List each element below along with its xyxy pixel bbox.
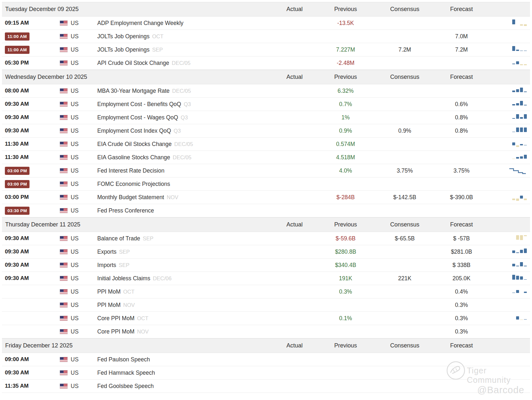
sparkline-bar	[524, 266, 527, 266]
event-name: EIA Gasoline Stocks Change	[97, 154, 170, 161]
event-row[interactable]: 11:00 AMUSJOLTs Job OpeningsSEP7.227M7.2…	[2, 43, 530, 56]
event-time-cell: 11:35 AM	[2, 383, 55, 389]
sparkline-bar	[520, 24, 523, 26]
country-label: US	[71, 114, 78, 121]
previous-value: 0.1%	[312, 315, 380, 322]
flag-canton	[60, 182, 64, 184]
sparkline-bar	[516, 235, 519, 240]
event-row[interactable]: 03:30 PMUSFed Press Conference	[2, 204, 530, 217]
event-row[interactable]: 03:00 PMUSMonthly Budget StatementNOV$-2…	[2, 191, 530, 204]
sparkline-bar	[516, 89, 519, 92]
history-sparkline	[511, 153, 527, 162]
history-sparkline	[511, 126, 527, 135]
event-row[interactable]: 11:30 AMUSEIA Gasoline Stocks ChangeDEC/…	[2, 151, 530, 164]
event-name-cell: ImportsSEP	[97, 262, 278, 269]
previous-value: -2.48M	[312, 60, 380, 67]
event-period-tag: OCT	[152, 33, 163, 39]
flag-canton	[60, 236, 64, 239]
history-sparkline	[511, 18, 527, 28]
history-sparkline	[511, 100, 527, 109]
sparkline-bar	[512, 64, 515, 64]
event-row[interactable]: 08:00 AMUSMBA 30-Year Mortgage RateDEC/0…	[2, 84, 530, 98]
sparkline-bar	[524, 319, 527, 320]
country-label: US	[71, 207, 78, 214]
section-header: Friday December 12 2025ActualPreviousCon…	[2, 338, 530, 353]
chart-cell	[493, 261, 530, 270]
event-row[interactable]: USCore PPI MoMNOV0.3%	[2, 325, 530, 338]
sparkline-bar	[512, 118, 515, 119]
event-time-cell: 11:00 AM	[2, 46, 55, 54]
event-name: Employment Cost - Wages QoQ	[97, 114, 178, 121]
event-row[interactable]: USPPI MoMOCT0.3%0.4%	[2, 285, 530, 298]
event-row[interactable]: 09:30 AMUSInitial Jobless ClaimsDEC/0619…	[2, 272, 530, 285]
event-period-tag: DEC/06	[153, 275, 171, 281]
section-header: Thursday December 11 2025ActualPreviousC…	[2, 217, 530, 232]
column-header-actual: Actual	[278, 74, 312, 80]
sparkline-bar	[512, 264, 515, 266]
column-header-actual: Actual	[278, 221, 312, 228]
section-date-label: Wednesday December 10 2025	[2, 74, 278, 80]
country-cell: US	[55, 46, 97, 53]
country-cell: US	[55, 181, 97, 188]
us-flag-icon	[60, 329, 68, 334]
us-flag-icon	[60, 195, 68, 200]
event-row[interactable]: 09:00 AMUSFed Paulson Speech	[2, 353, 530, 366]
forecast-value: 0.8%	[430, 114, 493, 121]
event-row[interactable]: 11:30 AMUSEIA Crude Oil Stocks ChangeDEC…	[2, 138, 530, 151]
event-name: API Crude Oil Stock Change	[97, 60, 169, 66]
country-cell: US	[55, 302, 97, 309]
country-label: US	[71, 88, 78, 94]
event-row[interactable]: 09:30 AMUSEmployment Cost - Benefits QoQ…	[2, 98, 530, 111]
country-cell: US	[55, 101, 97, 108]
sparkline-bar	[516, 145, 519, 147]
chart-cell	[493, 139, 530, 149]
event-period-tag: NOV	[123, 302, 135, 308]
event-time: 09:00 AM	[5, 356, 29, 362]
sparkline-bar	[524, 279, 527, 280]
event-name: MBA 30-Year Mortgage Rate	[97, 88, 170, 94]
rate-step-line-chart	[508, 166, 527, 175]
event-name: Fed Hammack Speech	[97, 370, 155, 376]
event-row[interactable]: 09:30 AMUSEmployment Cost Index QoQQ30.9…	[2, 124, 530, 138]
history-sparkline	[511, 45, 527, 54]
event-row[interactable]: 09:30 AMUSImportsSEP$340.4B$ 338B	[2, 259, 530, 272]
chart-cell	[493, 113, 530, 122]
sparkline-bar	[512, 159, 515, 159]
event-time: 09:30 AM	[5, 114, 29, 120]
sparkline-bar	[516, 50, 519, 51]
chart-cell	[493, 234, 530, 243]
country-label: US	[71, 235, 78, 242]
country-cell: US	[55, 275, 97, 282]
event-name: Fed Press Conference	[97, 207, 154, 214]
event-row[interactable]: 11:00 AMUSJOLTs Job OpeningsOCT7.0M	[2, 30, 530, 43]
forecast-value: $-390.0B	[430, 194, 493, 201]
event-row[interactable]: 09:15 AMUSADP Employment Change Weekly-1…	[2, 17, 530, 30]
event-time: 11:35 AM	[5, 383, 29, 389]
sparkline-bar	[520, 144, 523, 145]
consensus-value: 3.75%	[380, 167, 430, 174]
event-row[interactable]: 05:30 PMUSAPI Crude Oil Stock ChangeDEC/…	[2, 56, 530, 70]
event-row[interactable]: 09:30 AMUSBalance of TradeSEP$-59.6B$-65…	[2, 232, 530, 245]
event-name-cell: Initial Jobless ClaimsDEC/06	[97, 275, 278, 282]
previous-value: 4.0%	[312, 167, 380, 174]
event-row[interactable]: 11:35 AMUSFed Goolsbee Speech	[2, 380, 530, 393]
event-row[interactable]: 03:00 PMUSFOMC Economic Projections	[2, 177, 530, 191]
event-row[interactable]: 09:30 AMUSFed Hammack Speech	[2, 366, 530, 380]
sparkline-bar	[516, 316, 519, 320]
flag-canton	[60, 102, 64, 104]
event-row[interactable]: USCore PPI MoMOCT0.1%0.3%	[2, 312, 530, 325]
sparkline-bar	[520, 88, 523, 92]
event-row[interactable]: 09:30 AMUSEmployment Cost - Wages QoQQ31…	[2, 111, 530, 124]
event-row[interactable]: 03:00 PMUSFed Interest Rate Decision4.0%…	[2, 164, 530, 177]
event-row[interactable]: 09:30 AMUSExportsSEP$280.8B$281.0B	[2, 245, 530, 259]
event-period-tag: DEC/05	[172, 88, 191, 94]
sparkline-bar	[524, 24, 527, 26]
event-row[interactable]: USPPI MoMNOV0.3%	[2, 298, 530, 312]
forecast-value: 0.6%	[430, 101, 493, 108]
country-cell: US	[55, 315, 97, 322]
time-badge: 11:00 AM	[5, 46, 30, 54]
event-name: FOMC Economic Projections	[97, 181, 170, 187]
country-label: US	[71, 356, 78, 363]
history-sparkline	[511, 287, 527, 296]
event-time: 09:30 AM	[5, 127, 29, 134]
